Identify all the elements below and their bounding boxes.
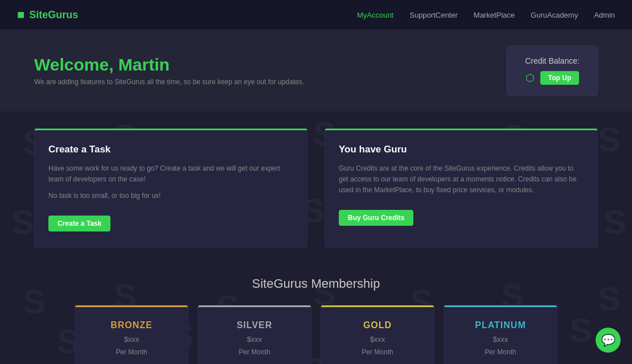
nav-link-admin[interactable]: Admin [594,11,615,19]
card-title-create-task: Create a Task [48,144,293,155]
credit-icon: ⬡ [526,72,535,84]
card-body1-guru-credits: Guru Credits are at the core of the Site… [339,163,584,196]
navbar: ■ SiteGurus MyAccountSupportCenterMarket… [0,0,632,30]
tier-permonth-silver: Per Month [239,348,270,356]
nav-link-guruacademy[interactable]: GuruAcademy [531,11,578,19]
welcome-heading: Welcome, Martin [34,55,304,75]
mem-card-border-bronze [75,305,188,307]
welcome-subtitle: We are adding features to SiteGurus all … [34,78,304,86]
logo-gurus: Gurus [48,9,78,20]
tier-name-platinum: PLATINUM [475,320,526,330]
card-body1-create-task: Have some work for us ready to go? Creat… [48,163,293,185]
mem-card-silver: SILVER$xxxPer Month❖250 [198,305,311,364]
main-content: SSSSSSSSSSSSSSSSSSSS Create a TaskHave s… [0,111,632,271]
header-section: Welcome, Martin We are adding features t… [0,30,632,111]
tier-permonth-platinum: Per Month [485,348,516,356]
tier-permonth-bronze: Per Month [116,348,147,356]
tier-permonth-gold: Per Month [362,348,393,356]
nav-link-supportcenter[interactable]: SupportCenter [409,11,458,19]
welcome-name: Martin [118,55,170,74]
tier-price-gold: $xxx [370,335,385,344]
welcome-text: Welcome, Martin We are adding features t… [34,55,304,86]
chat-icon: 💬 [601,333,615,347]
logo-text: SiteGurus [29,9,78,21]
tier-name-bronze: BRONZE [110,320,153,330]
nav-link-myaccount[interactable]: MyAccount [357,11,393,19]
top-up-button[interactable]: Top Up [540,71,579,85]
logo: ■ SiteGurus [17,7,357,22]
watermark-icon: S [598,120,621,159]
watermark-icon: S [604,202,626,242]
chat-bubble[interactable]: 💬 [596,328,621,353]
membership-section: SSSSSSSSSSSSSSSSSSSS SiteGurus Membershi… [0,271,632,364]
logo-site: Site [29,9,48,20]
card-body2-create-task: No task is too small, or too big for us! [48,191,293,201]
logo-icon: ■ [17,7,24,22]
mem-card-border-gold [321,305,434,307]
credit-balance-row: ⬡ Top Up [526,71,579,85]
tier-price-silver: $xxx [247,335,262,344]
card-create-task: Create a TaskHave some work for us ready… [34,129,307,248]
watermark-icon: S [11,202,34,242]
card-btn-guru-credits[interactable]: Buy Guru Credits [339,210,413,226]
mem-card-gold: GOLD$xxxPer Month❖500 [321,305,434,364]
card-title-guru-credits: You have Guru [339,144,584,155]
tier-name-gold: GOLD [363,320,392,330]
tier-name-silver: SILVER [237,320,273,330]
card-btn-create-task[interactable]: Create a Task [48,216,110,231]
membership-title: SiteGurus Membership [23,276,609,291]
cards-row: Create a TaskHave some work for us ready… [34,129,598,248]
nav-link-marketplace[interactable]: MarketPlace [474,11,515,19]
credit-balance-label: Credit Balance: [525,56,580,65]
welcome-plain: Welcome, [34,55,118,74]
membership-cards: BRONZE$xxxPer Month❖100SILVER$xxxPer Mon… [23,305,609,364]
mem-card-bronze: BRONZE$xxxPer Month❖100 [75,305,188,364]
credit-balance-box: Credit Balance: ⬡ Top Up [507,46,598,96]
mem-card-border-platinum [444,305,557,307]
mem-card-platinum: PLATINUM$xxxPer Month❖1,500 [444,305,557,364]
tier-price-platinum: $xxx [493,335,508,344]
nav-links: MyAccountSupportCenterMarketPlaceGuruAca… [357,10,615,20]
card-guru-credits: You have GuruGuru Credits are at the cor… [325,129,598,248]
mem-card-border-silver [198,305,311,307]
tier-price-bronze: $xxx [124,335,139,344]
